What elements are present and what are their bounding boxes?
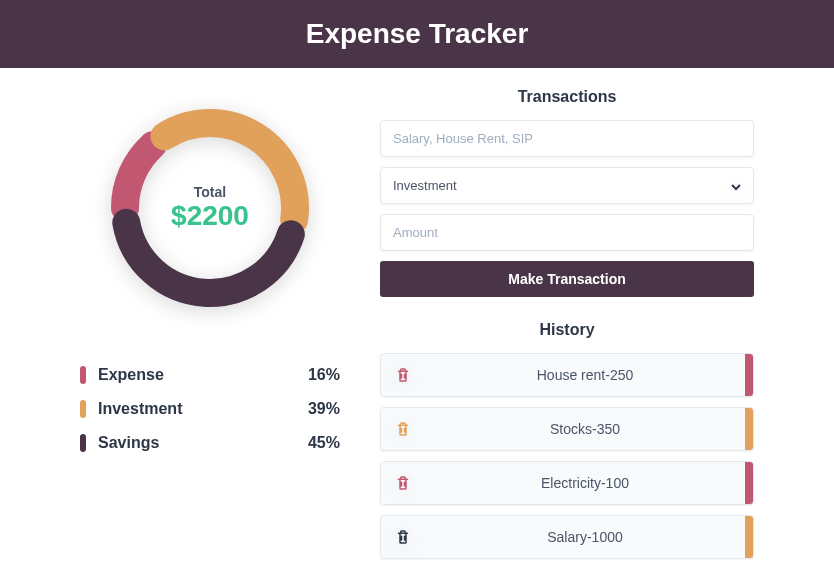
legend-percent: 16%: [308, 366, 340, 384]
history-item: Electricity-100: [380, 461, 754, 505]
history-heading: History: [380, 321, 754, 339]
legend-percent: 45%: [308, 434, 340, 452]
history-category-bar: [745, 516, 753, 558]
transaction-name-input[interactable]: [380, 120, 754, 157]
legend-row: Savings 45%: [80, 426, 340, 460]
legend-row: Expense 16%: [80, 358, 340, 392]
history-item: Stocks-350: [380, 407, 754, 451]
history-category-bar: [745, 354, 753, 396]
history-item-text: Salary-1000: [425, 517, 745, 557]
main-container: Total $2200 Expense 16% Investment 39% S…: [0, 68, 834, 569]
history-item-text: House rent-250: [425, 355, 745, 395]
app-title: Expense Tracker: [306, 18, 529, 49]
app-header: Expense Tracker: [0, 0, 834, 68]
transaction-type-select[interactable]: Investment: [380, 167, 754, 204]
trash-icon: [394, 474, 412, 492]
transaction-amount-input[interactable]: [380, 214, 754, 251]
legend-label: Savings: [98, 434, 308, 452]
legend-label: Investment: [98, 400, 308, 418]
legend: Expense 16% Investment 39% Savings 45%: [80, 348, 340, 470]
chart-total-value: $2200: [171, 200, 249, 232]
history-category-bar: [745, 462, 753, 504]
history-item-text: Electricity-100: [425, 463, 745, 503]
legend-color-dot: [80, 400, 86, 418]
donut-arc-expense: [125, 145, 153, 208]
right-panel: Transactions Investment Make Transaction…: [380, 88, 754, 569]
legend-color-dot: [80, 434, 86, 452]
delete-button[interactable]: [381, 408, 425, 450]
legend-color-dot: [80, 366, 86, 384]
history-item-text: Stocks-350: [425, 409, 745, 449]
left-panel: Total $2200 Expense 16% Investment 39% S…: [80, 88, 340, 569]
history-category-bar: [745, 408, 753, 450]
delete-button[interactable]: [381, 462, 425, 504]
trash-icon: [394, 420, 412, 438]
trash-icon: [394, 366, 412, 384]
history-item: Salary-1000: [380, 515, 754, 559]
delete-button[interactable]: [381, 516, 425, 558]
make-transaction-button[interactable]: Make Transaction: [380, 261, 754, 297]
legend-label: Expense: [98, 366, 308, 384]
legend-percent: 39%: [308, 400, 340, 418]
trash-icon: [394, 528, 412, 546]
chart-center: Total $2200: [171, 184, 249, 232]
transactions-heading: Transactions: [380, 88, 754, 106]
legend-row: Investment 39%: [80, 392, 340, 426]
delete-button[interactable]: [381, 354, 425, 396]
donut-arc-savings: [126, 223, 291, 293]
chart-total-label: Total: [171, 184, 249, 200]
history-list: House rent-250 Stocks-350 Electricity-10…: [380, 353, 754, 569]
donut-chart: Total $2200: [90, 88, 330, 328]
history-item: House rent-250: [380, 353, 754, 397]
